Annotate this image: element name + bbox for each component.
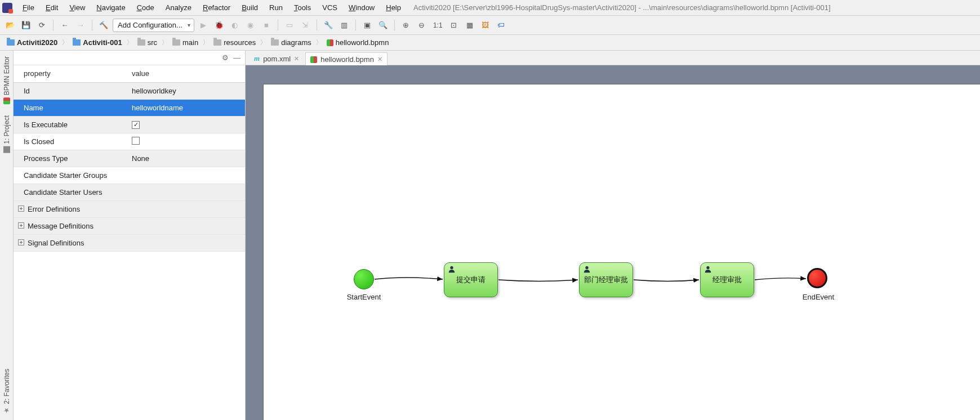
breadcrumb-separator: 〉: [162, 38, 168, 47]
breadcrumb-label: resources: [224, 38, 256, 47]
open-icon[interactable]: 📂: [3, 19, 17, 32]
stop-icon[interactable]: ■: [260, 19, 273, 32]
bpmn-icon: [3, 97, 10, 104]
checkbox[interactable]: ✓: [132, 121, 140, 129]
menu-tools[interactable]: Tools: [288, 2, 317, 13]
property-name: Candidate Starter Groups: [14, 167, 126, 184]
checkbox[interactable]: [132, 137, 140, 145]
property-value[interactable]: [126, 167, 245, 184]
editor-tab[interactable]: helloworld.bpmn✕: [305, 52, 387, 65]
menu-edit[interactable]: Edit: [40, 2, 64, 13]
build-icon[interactable]: 🔨: [97, 19, 110, 32]
folder-icon: [271, 39, 279, 46]
project-icon: [7, 39, 15, 46]
grid-icon[interactable]: ▦: [463, 19, 476, 32]
property-header-name: property: [14, 65, 126, 82]
property-row[interactable]: Idhelloworldkey: [14, 82, 245, 99]
export-png-icon[interactable]: 🏷: [495, 19, 508, 32]
editor-tabs: mpom.xml✕helloworld.bpmn✕: [246, 51, 980, 65]
property-value[interactable]: helloworldname: [126, 99, 245, 116]
main-toolbar: 📂 💾 ⟳ ← → 🔨 Add Configuration... ▶ 🐞 ◐ ◉…: [0, 16, 980, 35]
breadcrumb-item[interactable]: main: [170, 38, 201, 47]
property-value[interactable]: [126, 133, 245, 150]
breadcrumb-label: helloworld.bpmn: [336, 38, 389, 47]
run-icon[interactable]: ▶: [197, 19, 210, 32]
menu-help[interactable]: Help: [380, 2, 407, 13]
bpmn-canvas[interactable]: StartEvent 提交申请 部门经理审批 经理审批 EndEvent: [264, 84, 980, 420]
side-tab-bpmn-editor[interactable]: BPMN Editor: [2, 53, 12, 108]
menu-refactor[interactable]: Refactor: [197, 2, 236, 13]
breadcrumb-bar: Activiti2020〉Activiti-001〉src〉main〉resou…: [0, 35, 980, 51]
property-row[interactable]: Candidate Starter Users: [14, 184, 245, 200]
close-icon[interactable]: ✕: [377, 56, 382, 63]
property-name: Candidate Starter Users: [14, 184, 126, 200]
folder-icon: [172, 39, 180, 46]
forward-icon[interactable]: →: [74, 19, 87, 32]
property-row[interactable]: Is Closed: [14, 133, 245, 150]
zoom-out-icon[interactable]: ⊖: [415, 19, 429, 32]
group-label: Signal Definitions: [28, 239, 84, 247]
breadcrumb-item[interactable]: resources: [211, 38, 258, 47]
property-name: Is Executable: [14, 116, 126, 133]
property-row[interactable]: Candidate Starter Groups: [14, 167, 245, 184]
menu-build[interactable]: Build: [236, 2, 264, 13]
property-group-row[interactable]: Message Definitions: [14, 217, 245, 234]
property-row[interactable]: Is Executable✓: [14, 116, 245, 133]
expand-icon[interactable]: [18, 222, 24, 229]
menu-analyze[interactable]: Analyze: [160, 2, 197, 13]
structure-icon[interactable]: ▥: [337, 19, 351, 32]
coverage-icon[interactable]: ◐: [228, 19, 242, 32]
close-icon[interactable]: ✕: [294, 55, 299, 62]
property-value[interactable]: None: [126, 150, 245, 167]
bpmn-icon: [310, 56, 317, 63]
group-label: Message Definitions: [28, 222, 93, 230]
menu-run[interactable]: Run: [264, 2, 288, 13]
menu-vcs[interactable]: VCS: [317, 2, 343, 13]
minimize-icon[interactable]: —: [233, 53, 240, 62]
menu-navigate[interactable]: Navigate: [91, 2, 131, 13]
breadcrumb-label: Activiti2020: [17, 38, 57, 47]
sequence-flow: [264, 84, 827, 420]
preview-icon[interactable]: ▣: [360, 19, 374, 32]
breadcrumb-item[interactable]: Activiti2020: [5, 38, 60, 47]
property-value[interactable]: ✓: [126, 116, 245, 133]
property-group-row[interactable]: Error Definitions: [14, 200, 245, 217]
property-row[interactable]: Namehelloworldname: [14, 99, 245, 116]
property-row[interactable]: Process TypeNone: [14, 150, 245, 167]
debug-icon[interactable]: 🐞: [212, 19, 226, 32]
property-value[interactable]: helloworldkey: [126, 82, 245, 99]
property-name: Name: [14, 99, 126, 116]
breadcrumb-item[interactable]: helloworld.bpmn: [324, 38, 391, 47]
breadcrumb-item[interactable]: src: [135, 38, 159, 47]
back-icon[interactable]: ←: [58, 19, 72, 32]
gear-icon[interactable]: ⚙: [222, 53, 229, 62]
breadcrumb-item[interactable]: Activiti-001: [70, 38, 124, 47]
menu-view[interactable]: View: [64, 2, 91, 13]
zoom-in-icon[interactable]: ⊕: [399, 19, 413, 32]
expand-icon[interactable]: [18, 205, 24, 212]
menu-code[interactable]: Code: [131, 2, 160, 13]
profile-icon[interactable]: ◉: [244, 19, 257, 32]
property-header-value: value: [126, 65, 245, 82]
menu-window[interactable]: Window: [343, 2, 380, 13]
expand-icon[interactable]: [18, 239, 24, 245]
export-img-icon[interactable]: 🖼: [479, 19, 492, 32]
side-tab-favorites[interactable]: ★2: Favorites: [2, 365, 12, 418]
run-config-dropdown[interactable]: Add Configuration...: [113, 19, 194, 32]
save-icon[interactable]: 💾: [19, 19, 33, 32]
fit-icon[interactable]: ⊡: [447, 19, 461, 32]
property-value[interactable]: [126, 184, 245, 200]
menu-file[interactable]: File: [17, 2, 40, 13]
device-icon[interactable]: ▭: [283, 19, 296, 32]
editor-tab-label: helloworld.bpmn: [320, 55, 374, 64]
property-group-row[interactable]: Signal Definitions: [14, 234, 245, 251]
wrench-icon[interactable]: 🔧: [322, 19, 335, 32]
attach-icon[interactable]: ⇲: [299, 19, 312, 32]
editor-tab[interactable]: mpom.xml✕: [249, 51, 304, 65]
side-tab-project[interactable]: 1: Project: [2, 112, 12, 157]
folder-icon: [213, 39, 221, 46]
zoom-reset-button[interactable]: 1:1: [431, 19, 445, 32]
search-icon[interactable]: 🔍: [376, 19, 390, 32]
refresh-icon[interactable]: ⟳: [35, 19, 48, 32]
breadcrumb-item[interactable]: diagrams: [269, 38, 313, 47]
